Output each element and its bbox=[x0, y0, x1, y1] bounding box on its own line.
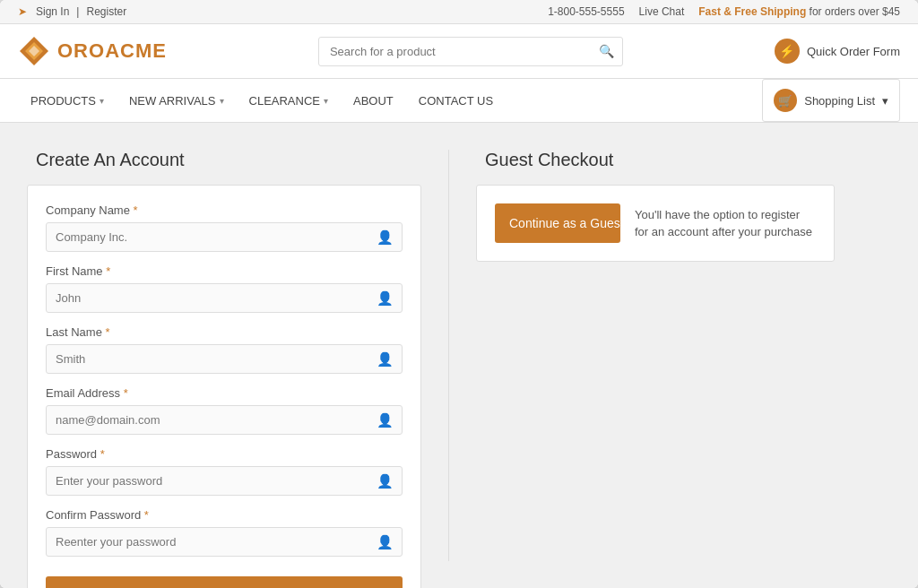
logo[interactable]: OROACME bbox=[18, 35, 167, 67]
company-name-wrapper: 👤 bbox=[46, 222, 403, 252]
required-marker: * bbox=[103, 264, 111, 278]
nav: PRODUCTS ▾ NEW ARRIVALS ▾ CLEARANCE ▾ AB… bbox=[0, 79, 918, 123]
required-marker: * bbox=[141, 508, 149, 522]
phone-number: 1-800-555-5555 bbox=[548, 5, 624, 18]
email-wrapper: 👤 bbox=[46, 405, 403, 435]
shipping-highlight: Fast & Free Shipping bbox=[698, 5, 806, 18]
person-icon: 👤 bbox=[377, 412, 394, 428]
nav-item-new-arrivals[interactable]: NEW ARRIVALS ▾ bbox=[117, 82, 237, 120]
logo-suffix: ACME bbox=[105, 39, 167, 62]
nav-products-label: PRODUCTS bbox=[30, 94, 96, 108]
top-bar: ➤ Sign In | Register 1-800-555-5555 Live… bbox=[0, 0, 918, 24]
first-name-label: First Name * bbox=[46, 264, 403, 278]
required-marker: * bbox=[130, 203, 138, 217]
email-label: Email Address * bbox=[46, 386, 403, 400]
create-account-title: Create An Account bbox=[27, 150, 421, 170]
section-divider bbox=[448, 150, 449, 561]
email-input[interactable] bbox=[46, 405, 403, 435]
chevron-down-icon: ▾ bbox=[220, 96, 224, 106]
logo-text: OROACME bbox=[57, 39, 167, 63]
signin-link[interactable]: Sign In bbox=[36, 5, 69, 18]
top-bar-left: ➤ Sign In | Register bbox=[18, 5, 126, 18]
header: OROACME 🔍 ⚡ Quick Order Form bbox=[0, 24, 918, 79]
person-icon: 👤 bbox=[377, 473, 394, 489]
browser-window: ➤ Sign In | Register 1-800-555-5555 Live… bbox=[0, 0, 918, 588]
nav-item-contact[interactable]: CONTACT US bbox=[406, 82, 506, 120]
top-bar-right: 1-800-555-5555 Live Chat Fast & Free Shi… bbox=[548, 5, 900, 18]
nav-clearance-label: CLEARANCE bbox=[249, 94, 320, 108]
last-name-group: Last Name * 👤 bbox=[46, 325, 403, 374]
guest-checkout-card: Continue as a Guest You'll have the opti… bbox=[476, 185, 835, 262]
first-name-wrapper: 👤 bbox=[46, 283, 403, 313]
guest-checkout-section: Guest Checkout Continue as a Guest You'l… bbox=[476, 150, 835, 561]
chevron-down-icon: ▾ bbox=[882, 94, 888, 108]
confirm-password-input[interactable] bbox=[46, 527, 403, 557]
shopping-list-button[interactable]: 🛒 Shopping List ▾ bbox=[762, 79, 900, 122]
nav-new-arrivals-label: NEW ARRIVALS bbox=[129, 94, 216, 108]
password-wrapper: 👤 bbox=[46, 466, 403, 496]
quick-order-icon: ⚡ bbox=[775, 39, 800, 64]
register-link[interactable]: Register bbox=[86, 5, 126, 18]
chevron-down-icon: ▾ bbox=[324, 96, 328, 106]
password-label: Password * bbox=[46, 447, 403, 461]
person-icon: 👤 bbox=[377, 351, 394, 368]
search-input[interactable] bbox=[318, 37, 623, 66]
person-icon: 👤 bbox=[377, 229, 394, 246]
first-name-group: First Name * 👤 bbox=[46, 264, 403, 313]
nav-item-clearance[interactable]: CLEARANCE ▾ bbox=[237, 82, 341, 120]
required-marker: * bbox=[97, 447, 105, 461]
create-account-section: Create An Account Company Name * 👤 First… bbox=[27, 150, 421, 561]
nav-left: PRODUCTS ▾ NEW ARRIVALS ▾ CLEARANCE ▾ AB… bbox=[18, 82, 506, 120]
confirm-password-wrapper: 👤 bbox=[46, 527, 403, 557]
last-name-input[interactable] bbox=[46, 344, 403, 374]
create-account-button[interactable]: Create an Account and Continue bbox=[46, 576, 403, 588]
shopping-list-label: Shopping List bbox=[804, 94, 875, 108]
confirm-password-label: Confirm Password * bbox=[46, 508, 403, 522]
person-icon: 👤 bbox=[377, 290, 394, 307]
logo-prefix: ORO bbox=[57, 39, 105, 62]
required-marker: * bbox=[120, 386, 128, 400]
quick-order[interactable]: ⚡ Quick Order Form bbox=[775, 39, 900, 64]
first-name-input[interactable] bbox=[46, 283, 403, 313]
guest-checkout-description: You'll have the option to register for a… bbox=[635, 206, 816, 241]
password-group: Password * 👤 bbox=[46, 447, 403, 496]
company-name-input[interactable] bbox=[46, 222, 403, 252]
guest-checkout-title: Guest Checkout bbox=[476, 150, 835, 170]
required-marker: * bbox=[102, 325, 110, 339]
live-chat-link[interactable]: Live Chat bbox=[639, 5, 685, 18]
shipping-info: Fast & Free Shipping for orders over $45 bbox=[698, 5, 900, 18]
nav-contact-label: CONTACT US bbox=[419, 94, 493, 108]
account-form-card: Company Name * 👤 First Name * 👤 bbox=[27, 185, 421, 588]
main-content: Create An Account Company Name * 👤 First… bbox=[0, 123, 918, 588]
company-name-label: Company Name * bbox=[46, 203, 403, 217]
logo-icon bbox=[18, 35, 50, 67]
company-name-group: Company Name * 👤 bbox=[46, 203, 403, 252]
last-name-wrapper: 👤 bbox=[46, 344, 403, 374]
divider: | bbox=[76, 5, 79, 18]
password-input[interactable] bbox=[46, 466, 403, 496]
quick-order-label: Quick Order Form bbox=[807, 45, 900, 58]
continue-as-guest-button[interactable]: Continue as a Guest bbox=[495, 203, 620, 243]
shopping-list-icon: 🛒 bbox=[774, 89, 797, 112]
nav-item-about[interactable]: ABOUT bbox=[341, 82, 406, 120]
chevron-down-icon: ▾ bbox=[100, 96, 104, 106]
shipping-rest: for orders over $45 bbox=[806, 5, 900, 18]
search-bar: 🔍 bbox=[318, 37, 623, 66]
email-group: Email Address * 👤 bbox=[46, 386, 403, 435]
nav-item-products[interactable]: PRODUCTS ▾ bbox=[18, 82, 117, 120]
confirm-password-group: Confirm Password * 👤 bbox=[46, 508, 403, 557]
last-name-label: Last Name * bbox=[46, 325, 403, 339]
sign-in-icon: ➤ bbox=[18, 5, 27, 18]
person-icon: 👤 bbox=[377, 534, 394, 550]
search-icon: 🔍 bbox=[599, 44, 614, 58]
nav-about-label: ABOUT bbox=[353, 94, 394, 108]
